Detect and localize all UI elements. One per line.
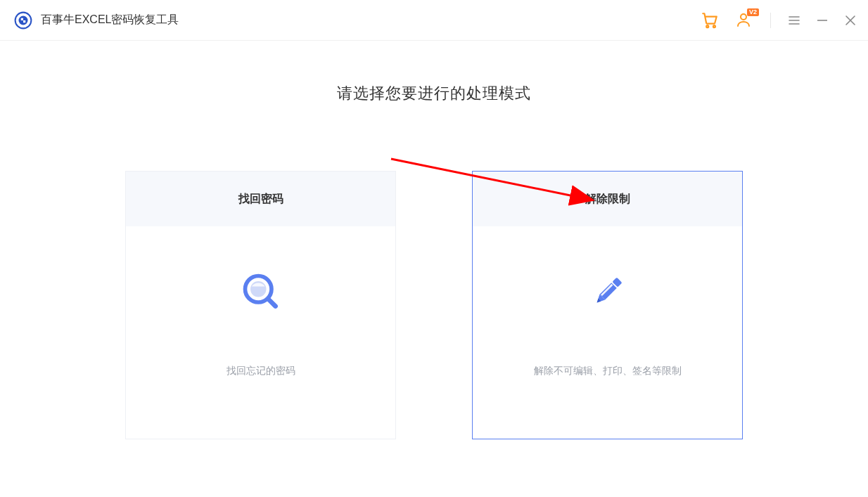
card-desc: 解除不可编辑、打印、签名等限制 [534, 365, 682, 377]
titlebar-right: V2 [700, 11, 857, 30]
app-logo-icon [14, 11, 32, 30]
user-icon[interactable]: V2 [735, 11, 753, 30]
app-title: 百事牛EXCEL密码恢复工具 [41, 13, 179, 27]
mode-cards: 找回密码 找回忘记的密码 解除限制 [0, 171, 868, 439]
main-content: 请选择您要进行的处理模式 找回密码 找回忘记的密码 解除限制 [0, 41, 868, 439]
titlebar-left: 百事牛EXCEL密码恢复工具 [14, 11, 700, 30]
card-body: 找回忘记的密码 [126, 226, 395, 439]
card-remove-restriction[interactable]: 解除限制 解除不可编辑、打印、签名等限制 [472, 171, 743, 439]
svg-point-4 [706, 25, 708, 27]
svg-rect-3 [23, 20, 25, 22]
card-desc: 找回忘记的密码 [226, 365, 295, 377]
cart-icon[interactable] [700, 11, 720, 30]
user-badge: V2 [747, 8, 759, 16]
card-title: 解除限制 [473, 172, 742, 226]
svg-line-15 [269, 299, 275, 306]
svg-rect-2 [21, 18, 23, 20]
svg-point-5 [713, 25, 715, 27]
magnifier-icon [238, 269, 283, 314]
close-icon[interactable] [844, 14, 857, 27]
card-recover-password[interactable]: 找回密码 找回忘记的密码 [125, 171, 396, 439]
titlebar: 百事牛EXCEL密码恢复工具 V2 [0, 0, 868, 41]
card-body: 解除不可编辑、打印、签名等限制 [473, 226, 742, 439]
titlebar-divider [770, 13, 771, 28]
page-title: 请选择您要进行的处理模式 [0, 83, 868, 104]
minimize-icon[interactable] [816, 14, 829, 27]
svg-point-6 [741, 14, 746, 20]
menu-icon[interactable] [788, 14, 800, 27]
card-title: 找回密码 [126, 172, 395, 226]
pencil-icon [585, 269, 630, 314]
